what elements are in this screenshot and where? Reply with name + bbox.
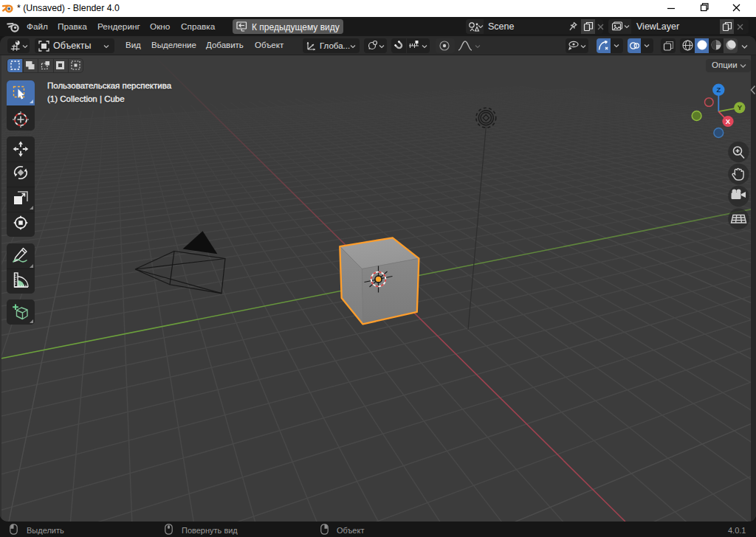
svg-text:Y: Y [738,103,743,111]
svg-text:Z: Z [716,86,721,94]
svg-text:X: X [726,117,731,125]
